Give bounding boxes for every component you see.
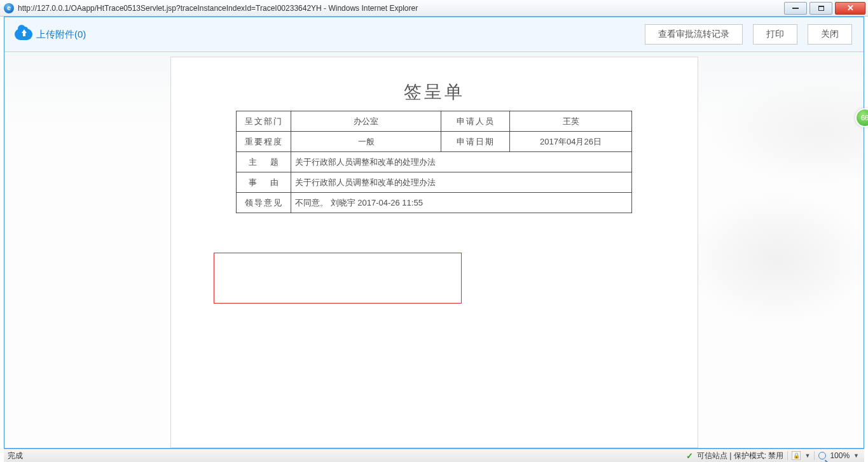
window-buttons: ✕ — [783, 1, 867, 15]
maximize-button[interactable] — [809, 2, 832, 15]
minimize-button[interactable] — [784, 2, 807, 15]
window-close-button[interactable]: ✕ — [835, 2, 865, 15]
ie-icon: e — [4, 3, 14, 13]
window-title-left: e http://127.0.0.1/OAapp/HtTrace0513Serv… — [0, 3, 418, 13]
window-titlebar: e http://127.0.0.1/OAapp/HtTrace0513Serv… — [0, 0, 868, 17]
window-title-text: http://127.0.0.1/OAapp/HtTrace0513Servle… — [18, 4, 418, 13]
